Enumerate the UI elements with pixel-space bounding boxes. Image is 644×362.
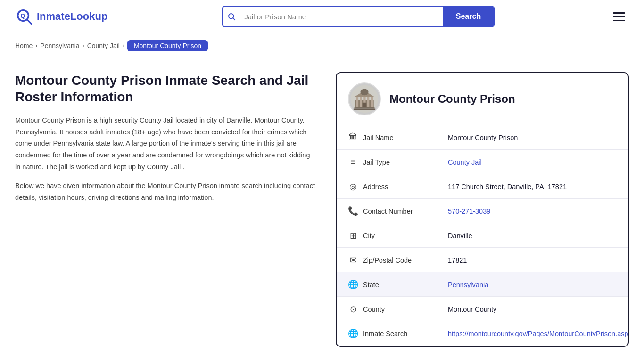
row-value-2: 117 Church Street, Danville, PA, 17821 <box>440 177 628 196</box>
row-value-7: Montour County <box>440 300 628 319</box>
chevron-icon-3: › <box>123 42 124 49</box>
prison-image <box>350 85 379 113</box>
table-row: 🏛Jail NameMontour County Prison <box>337 125 628 150</box>
search-wrapper: Search <box>222 6 495 27</box>
row-value-6: Pennsylvania <box>440 275 628 294</box>
menu-button[interactable] <box>609 8 629 25</box>
row-label-3: Contact Number <box>363 207 413 215</box>
row-value-3: 570-271-3039 <box>440 202 628 221</box>
jail-icon: 🏛 <box>348 132 358 142</box>
svg-rect-8 <box>360 97 362 107</box>
location-icon: ◎ <box>348 181 358 192</box>
search-input[interactable] <box>240 7 443 26</box>
zip-icon: ✉ <box>348 255 358 265</box>
hamburger-line-3 <box>613 20 625 21</box>
row-value-4: Danville <box>440 226 628 245</box>
description-2: Below we have given information about th… <box>15 180 317 203</box>
chevron-icon-1: › <box>35 42 37 49</box>
row-label-7: County <box>363 305 385 313</box>
info-card: Montour County Prison 🏛Jail NameMontour … <box>336 72 629 347</box>
table-row: 🌐Inmate Searchhttps://montourcounty.gov/… <box>337 321 628 346</box>
card-header: Montour County Prison <box>337 73 628 125</box>
svg-rect-10 <box>367 97 369 107</box>
row-label-1: Jail Type <box>363 158 390 166</box>
logo-icon: Q <box>15 8 33 25</box>
row-value-0: Montour County Prison <box>440 128 628 147</box>
city-icon: ⊞ <box>348 230 358 241</box>
table-row: ✉Zip/Postal Code17821 <box>337 248 628 272</box>
hamburger-line-2 <box>613 16 625 17</box>
row-label-6: State <box>363 281 379 288</box>
left-panel: Montour County Prison Inmate Search and … <box>15 72 317 211</box>
row-label-5: Zip/Postal Code <box>363 256 412 264</box>
table-row: 📞Contact Number570-271-3039 <box>337 199 628 223</box>
row-value-8: https://montourcounty.gov/Pages/MontourC… <box>440 324 629 343</box>
county-icon: ⊙ <box>348 304 358 314</box>
search-icon <box>223 12 240 21</box>
svg-line-4 <box>233 18 235 20</box>
header: Q InmateLookup Search <box>0 0 644 33</box>
breadcrumb-current: Montour County Prison <box>127 40 208 51</box>
page-title: Montour County Prison Inmate Search and … <box>15 72 317 105</box>
main-layout: Montour County Prison Inmate Search and … <box>0 58 644 361</box>
info-table: 🏛Jail NameMontour County Prison≡Jail Typ… <box>337 125 628 346</box>
chevron-icon-2: › <box>83 42 84 49</box>
svg-text:Q: Q <box>20 13 25 19</box>
breadcrumb-county-jail[interactable]: County Jail <box>87 42 120 49</box>
description-1: Montour County Prison is a high security… <box>15 115 317 173</box>
breadcrumb: Home › Pennsylvania › County Jail › Mont… <box>0 33 644 58</box>
table-row: 🌐StatePennsylvania <box>337 272 628 297</box>
search-icon: 🌐 <box>348 329 358 339</box>
row-label-4: City <box>363 232 375 239</box>
hamburger-line-1 <box>613 12 625 14</box>
svg-rect-7 <box>356 97 358 107</box>
prison-avatar <box>348 82 381 115</box>
svg-rect-11 <box>371 97 373 107</box>
table-row: ⊞CityDanville <box>337 223 628 248</box>
breadcrumb-pennsylvania[interactable]: Pennsylvania <box>40 42 79 49</box>
svg-point-3 <box>229 14 234 19</box>
row-label-2: Address <box>363 183 388 190</box>
row-label-8: Inmate Search <box>363 330 407 337</box>
svg-rect-14 <box>363 103 367 107</box>
phone-icon: 📞 <box>348 206 358 216</box>
svg-rect-16 <box>354 109 375 110</box>
table-row: ⊙CountyMontour County <box>337 297 628 321</box>
type-icon: ≡ <box>348 157 358 167</box>
logo-text: InmateLookup <box>37 10 107 23</box>
search-area: Search <box>222 6 495 27</box>
svg-rect-15 <box>355 107 375 109</box>
table-row: ≡Jail TypeCounty Jail <box>337 150 628 174</box>
search-button[interactable]: Search <box>443 7 494 26</box>
logo[interactable]: Q InmateLookup <box>15 8 107 25</box>
card-title: Montour County Prison <box>389 92 515 106</box>
breadcrumb-home[interactable]: Home <box>15 42 33 49</box>
row-value-5: 17821 <box>440 251 628 270</box>
svg-line-1 <box>27 20 32 24</box>
state-icon: 🌐 <box>348 280 358 290</box>
row-value-1: County Jail <box>440 153 628 172</box>
table-row: ◎Address117 Church Street, Danville, PA,… <box>337 174 628 199</box>
row-label-0: Jail Name <box>363 134 393 141</box>
svg-point-13 <box>360 89 368 96</box>
